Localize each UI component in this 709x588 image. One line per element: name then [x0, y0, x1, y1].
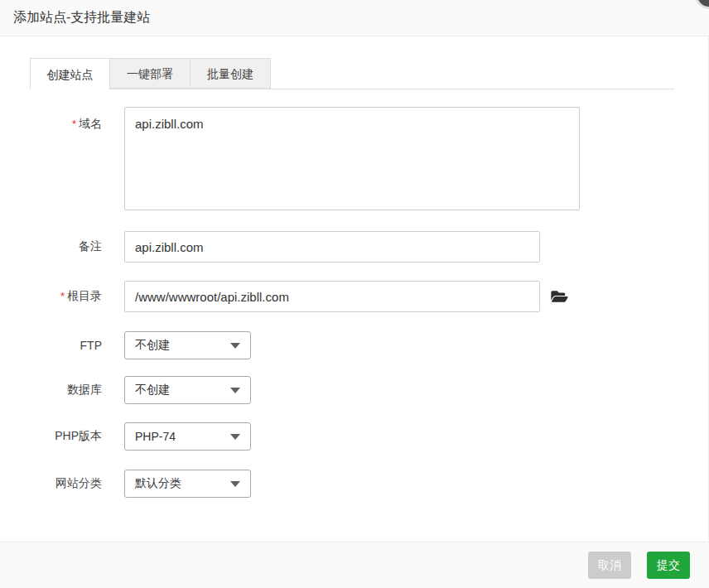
- php-version-select[interactable]: PHP-74: [124, 422, 251, 451]
- tab-label: 创建站点: [47, 68, 94, 81]
- ftp-row: FTP 不创建: [0, 331, 709, 359]
- php-version-label: PHP版本: [0, 429, 102, 444]
- submit-button[interactable]: 提交: [647, 552, 690, 579]
- php-version-selected-value: PHP-74: [135, 430, 176, 443]
- tab-label: 批量创建: [207, 67, 253, 80]
- tab-label: 一键部署: [127, 67, 173, 80]
- domain-label: *域名: [0, 107, 102, 132]
- root-dir-label: *根目录: [0, 289, 102, 304]
- required-asterisk: *: [60, 290, 65, 302]
- tab-batch-create[interactable]: 批量创建: [191, 58, 271, 89]
- database-select[interactable]: 不创建: [124, 376, 251, 404]
- ftp-select[interactable]: 不创建: [124, 331, 251, 359]
- required-asterisk: *: [72, 118, 76, 130]
- domain-textarea[interactable]: api.zibll.com: [124, 107, 580, 210]
- chevron-down-icon: [230, 388, 240, 393]
- browse-directory-button[interactable]: [551, 289, 568, 304]
- database-selected-value: 不创建: [135, 383, 170, 398]
- dialog-footer: 取消 提交: [0, 542, 709, 588]
- tab-bar: 创建站点 一键部署 批量创建: [30, 58, 674, 89]
- php-version-row: PHP版本 PHP-74: [0, 422, 709, 451]
- note-label: 备注: [0, 239, 102, 254]
- site-category-row: 网站分类 默认分类: [0, 470, 709, 498]
- chevron-down-icon: [230, 481, 240, 487]
- domain-row: *域名 api.zibll.com: [0, 107, 709, 210]
- chevron-down-icon: [230, 343, 240, 349]
- site-category-select[interactable]: 默认分类: [124, 470, 251, 498]
- dialog-title: 添加站点-支持批量建站: [13, 9, 150, 27]
- tab-create-site[interactable]: 创建站点: [30, 58, 110, 89]
- dialog-header: 添加站点-支持批量建站: [0, 0, 709, 36]
- ftp-label: FTP: [0, 339, 102, 352]
- note-input[interactable]: [124, 231, 540, 263]
- note-row: 备注: [0, 231, 709, 263]
- root-dir-input[interactable]: [124, 281, 540, 312]
- database-row: 数据库 不创建: [0, 376, 709, 404]
- site-category-selected-value: 默认分类: [135, 476, 181, 491]
- database-label: 数据库: [0, 383, 102, 398]
- add-site-dialog: 添加站点-支持批量建站 创建站点 一键部署 批量创建 *域名 api.zibll…: [0, 0, 709, 588]
- root-dir-row: *根目录: [0, 281, 709, 312]
- cancel-button[interactable]: 取消: [588, 552, 631, 579]
- folder-open-icon: [551, 289, 568, 304]
- tab-one-click-deploy[interactable]: 一键部署: [110, 58, 191, 89]
- site-category-label: 网站分类: [0, 476, 102, 491]
- chevron-down-icon: [230, 434, 240, 440]
- ftp-selected-value: 不创建: [135, 338, 170, 353]
